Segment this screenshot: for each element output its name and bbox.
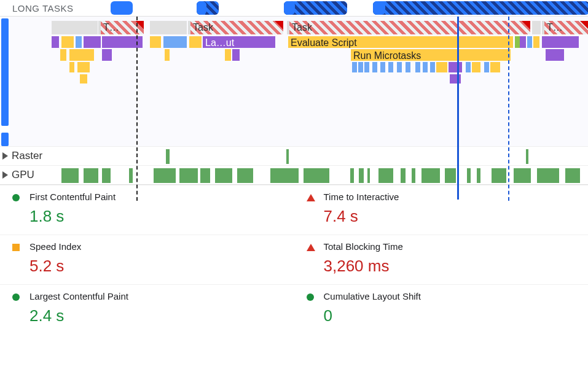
task-bar[interactable]: Task [287,21,530,34]
flame-bar[interactable] [76,36,82,48]
flame-bar[interactable] [449,62,462,72]
flame-bar[interactable] [466,62,471,72]
layout-bar[interactable]: La…ut [203,36,275,48]
raster-block[interactable] [526,149,528,164]
raster-block[interactable] [166,149,170,164]
metric-cls[interactable]: Cumulative Layout Shift 0 [294,284,589,334]
flame-bar[interactable] [364,62,369,72]
gpu-block[interactable] [477,168,480,183]
flame-bar[interactable] [225,49,231,61]
flame-bar[interactable] [546,49,564,61]
task-bar[interactable] [52,21,98,34]
flame-chart[interactable]: T… Task Task T… La…ut Evaluate Script [0,17,588,146]
gpu-block[interactable] [84,168,98,183]
gpu-block[interactable] [61,168,79,183]
gpu-block[interactable] [154,168,176,183]
metric-lcp[interactable]: Largest Contentful Paint 2.4 s [0,284,294,334]
flame-bar[interactable] [430,62,435,72]
gpu-block[interactable] [129,168,133,183]
long-task-block[interactable] [284,1,295,15]
gpu-block[interactable] [179,168,198,183]
evaluate-script-bar[interactable]: Evaluate Script [288,36,513,48]
long-task-block[interactable] [373,1,588,15]
flame-bar[interactable] [533,36,539,48]
microtasks-bar[interactable]: Run Microtasks [351,49,511,61]
gpu-block[interactable] [237,168,253,183]
flame-bar[interactable] [520,36,526,48]
gpu-block[interactable] [537,168,559,183]
task-bar[interactable] [532,21,541,34]
flame-bar[interactable] [60,49,66,61]
flame-bar[interactable] [406,62,410,72]
flame-bar[interactable] [61,36,74,48]
gpu-block[interactable] [270,168,299,183]
task-bar[interactable] [150,21,187,34]
long-task-block[interactable] [111,1,133,15]
gpu-block[interactable] [359,168,364,183]
metric-fcp[interactable]: First Contentful Paint 1.8 s [0,185,294,235]
flame-bar[interactable] [77,62,90,72]
flame-bar[interactable] [380,62,385,72]
flame-bar[interactable] [189,36,202,48]
gpu-block[interactable] [304,168,329,183]
metric-tti[interactable]: Time to Interactive 7.4 s [294,185,589,235]
gpu-block[interactable] [401,168,406,183]
flame-bar[interactable] [358,62,363,72]
flame-bar[interactable] [69,49,94,61]
flame-bar[interactable] [102,49,112,61]
gpu-block[interactable] [200,168,210,183]
flame-bar[interactable] [484,62,489,72]
flame-bar[interactable] [80,74,87,84]
flame-bar[interactable] [542,36,579,48]
flame-bar[interactable] [372,62,377,72]
flame-bar[interactable] [150,36,161,48]
long-task-block[interactable] [373,1,385,15]
gpu-block[interactable] [467,168,471,183]
flame-bar[interactable] [232,49,240,61]
detail-track: La…ut Evaluate Script [11,36,588,49]
flame-bar[interactable] [163,36,187,48]
gpu-block[interactable] [445,168,456,183]
flame-bar[interactable] [472,62,480,72]
flame-bar[interactable] [52,36,59,48]
gpu-block[interactable] [514,168,531,183]
gpu-block[interactable] [378,168,393,183]
flame-bar[interactable] [490,62,500,72]
gpu-block[interactable] [412,168,415,183]
flame-bar[interactable] [84,36,101,48]
metric-tbt[interactable]: Total Blocking Time 3,260 ms [294,235,589,284]
gpu-block[interactable] [421,168,440,183]
raster-block[interactable] [286,149,289,164]
metric-value: 7.4 s [324,207,589,226]
gpu-block[interactable] [102,168,111,183]
flame-bar[interactable] [423,62,428,72]
flame-bar[interactable] [69,62,74,72]
gpu-block[interactable] [565,168,580,183]
gpu-block[interactable] [215,168,232,183]
task-bar[interactable]: Task [188,21,283,34]
time-marker-secondary [508,17,509,201]
time-marker-current[interactable] [457,17,459,200]
gpu-block[interactable] [350,168,354,183]
task-bar[interactable]: T… [542,21,588,34]
flame-bar[interactable] [388,62,393,72]
metrics-panel: First Contentful Paint 1.8 s Time to Int… [0,184,588,334]
long-tasks-track[interactable] [111,1,588,15]
flame-bar[interactable] [515,36,520,48]
raster-row[interactable]: Raster [0,146,588,165]
detail-track [11,61,588,74]
flame-bar[interactable] [415,62,420,72]
gpu-block[interactable] [492,168,506,183]
flame-bar[interactable] [450,74,461,84]
long-task-block[interactable] [197,1,206,15]
gpu-block[interactable] [367,168,370,183]
flame-bar[interactable] [527,36,532,48]
gpu-toggle[interactable]: GPU [0,169,61,181]
raster-toggle[interactable]: Raster [0,150,61,162]
metric-si[interactable]: Speed Index 5.2 s [0,235,294,284]
flame-bar[interactable] [397,62,402,72]
flame-bar[interactable] [436,62,447,72]
gpu-row[interactable]: GPU [0,165,588,184]
flame-bar[interactable] [352,62,357,72]
flame-bar[interactable] [165,49,170,61]
